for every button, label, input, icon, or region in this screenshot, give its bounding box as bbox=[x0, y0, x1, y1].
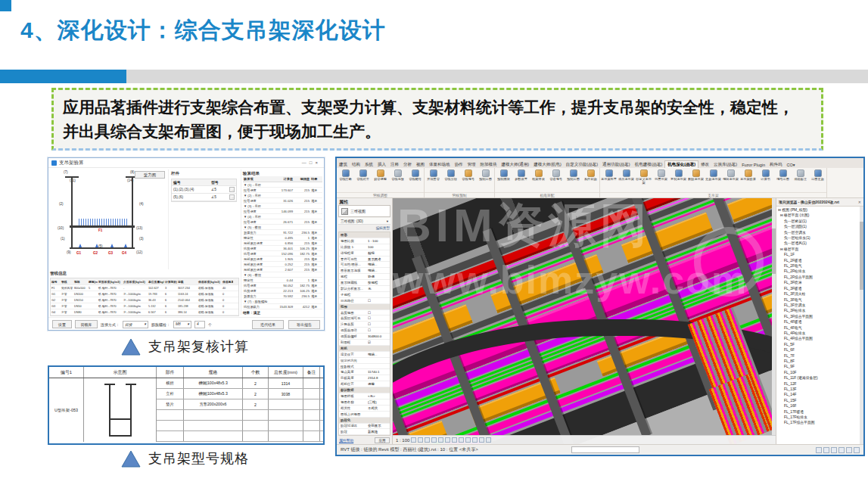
browser-tree-item[interactable]: FL_11F (避难设备层) bbox=[778, 375, 858, 381]
ribbon-button[interactable]: 预制出图 bbox=[565, 169, 582, 182]
browser-tree-item[interactable]: FL_3F喷淋 bbox=[778, 280, 858, 285]
ribbon-button[interactable]: 计算书 bbox=[757, 169, 774, 182]
view-control-icon[interactable] bbox=[479, 437, 484, 443]
member-browse-button[interactable]: … bbox=[229, 194, 235, 200]
browser-tree-item[interactable]: FL_7F bbox=[778, 353, 858, 359]
ribbon-button[interactable]: 抗震吊架 bbox=[652, 169, 670, 182]
view-control-icon[interactable] bbox=[459, 437, 464, 443]
browser-tree-item[interactable]: FL_4F暖通 bbox=[778, 319, 858, 325]
property-row[interactable]: 注释裁剪 ☐ bbox=[339, 322, 390, 328]
browser-tree-item[interactable]: FL_3F综合平面图 bbox=[778, 314, 858, 319]
ribbon-tab[interactable]: 结构 bbox=[350, 161, 362, 168]
property-row[interactable]: 远剪裁偏移 304800.0 bbox=[339, 334, 390, 340]
ribbon-tab[interactable]: CO▾ bbox=[785, 162, 798, 168]
view-control-icon[interactable] bbox=[431, 437, 437, 443]
ribbon-tab[interactable]: 自定义功能(品茗) bbox=[564, 161, 600, 168]
property-row[interactable]: 显示隐藏线 按规程 bbox=[339, 280, 390, 286]
property-row[interactable]: 图形显示选项 编辑... bbox=[339, 268, 390, 274]
property-row[interactable]: 图纸上的视图 bbox=[339, 412, 390, 418]
ribbon-button[interactable]: 开洞套管 bbox=[425, 169, 442, 182]
ribbon-tab[interactable]: 建模大师(通用) bbox=[499, 161, 532, 168]
property-row[interactable]: 范围 bbox=[339, 304, 390, 310]
view-control-icon[interactable] bbox=[418, 437, 423, 443]
status-icon[interactable] bbox=[831, 447, 837, 453]
property-row[interactable]: 可见性/图形... 编辑... bbox=[339, 262, 390, 268]
ribbon-tab[interactable]: 机电建模(品茗) bbox=[633, 161, 665, 168]
browser-tree-item[interactable]: FL_17F综合平面图 bbox=[778, 420, 858, 425]
property-row[interactable]: 零件可见性 显示两者 bbox=[339, 256, 390, 263]
edit-type-link[interactable]: 编辑类型 bbox=[337, 225, 392, 231]
ribbon-button[interactable]: 管道编号 bbox=[547, 169, 565, 182]
ribbon-button[interactable]: 自定义支吊架 bbox=[635, 169, 652, 185]
browser-tree-item[interactable]: FL_2F暖通 bbox=[778, 258, 858, 263]
status-icon[interactable] bbox=[854, 447, 860, 453]
property-row[interactable]: 视图名称 {三维} bbox=[339, 399, 390, 406]
export-report-button[interactable]: 导出报告 bbox=[288, 320, 320, 329]
property-row[interactable]: 视图比例 1 : 100 bbox=[339, 238, 390, 244]
browser-tree-item[interactable]: FL_8F bbox=[778, 359, 858, 364]
browser-tree-item[interactable]: FL_5F bbox=[778, 342, 858, 347]
browser-tree-item[interactable]: FL_1F bbox=[778, 252, 858, 257]
property-row[interactable]: 规程 协调 bbox=[339, 274, 390, 280]
view-control-icon[interactable] bbox=[452, 437, 457, 443]
status-icon[interactable] bbox=[838, 447, 845, 453]
browser-tree-item[interactable]: 负一层桥架(1) bbox=[778, 219, 858, 224]
ribbon-tab[interactable]: 附加模块 bbox=[478, 161, 499, 168]
property-row[interactable]: 裁剪视图 ☐ bbox=[339, 310, 390, 316]
ribbon-tab[interactable]: 系统 bbox=[362, 161, 375, 168]
ribbon-tab[interactable]: 协作 bbox=[453, 161, 465, 168]
property-row[interactable]: 剖面框 ☑ bbox=[339, 340, 390, 346]
close-icon[interactable]: ✕ bbox=[858, 200, 861, 204]
type-selector[interactable]: 三维视图 bbox=[338, 205, 390, 217]
property-row[interactable]: 默认分析显示... 无 bbox=[339, 286, 390, 292]
member-browse-button[interactable]: … bbox=[229, 187, 235, 192]
ribbon-button[interactable]: 框架搭设 bbox=[530, 169, 547, 182]
ribbon-tab[interactable]: 注释 bbox=[388, 161, 401, 168]
ribbon-tab[interactable]: 修改 bbox=[698, 161, 711, 168]
bolt-select[interactable]: M8▾ bbox=[173, 321, 191, 328]
browser-tree-item[interactable]: 负一层空调水 bbox=[778, 230, 858, 235]
close-icon[interactable]: × bbox=[315, 160, 321, 165]
browser-tree-item[interactable]: FL_3F暖通 bbox=[778, 286, 858, 291]
ribbon-button[interactable]: 管线对齐 bbox=[354, 169, 372, 182]
pipe-row[interactable]: G1水管DN100 铁-镀锌--7870水--1000kg/m 19.78361… bbox=[51, 291, 238, 297]
ribbon-tab[interactable]: 构件坞 bbox=[767, 161, 785, 168]
browser-tree-item[interactable]: ⊟ 楼层平面 (出图) bbox=[778, 213, 858, 218]
ribbon-button[interactable]: 参数设置 bbox=[512, 169, 530, 182]
ribbon-button[interactable]: 编辑支吊架 bbox=[722, 169, 739, 182]
spec-part-row[interactable] bbox=[157, 421, 323, 431]
load-library-button[interactable]: 荷载库 bbox=[75, 320, 98, 328]
connection-select[interactable]: 焊接▾ bbox=[123, 321, 148, 328]
property-row[interactable]: 阶段过滤器 全部显示 bbox=[339, 424, 390, 430]
browser-tree-item[interactable]: ⊟ 楼层平面 bbox=[778, 247, 858, 252]
pipe-row[interactable]: G4水管DN80 铁-镀锌--7870水--1000kg/m 6.5676386… bbox=[51, 309, 238, 315]
ribbon-tab[interactable]: Fuzor Plugin bbox=[739, 162, 767, 168]
ribbon-button[interactable]: 管线打断 bbox=[337, 169, 354, 182]
property-row[interactable]: 相机 bbox=[339, 346, 390, 352]
browser-tree-item[interactable]: 负一层消防(1) bbox=[778, 224, 858, 229]
property-row[interactable]: 锁定的方向 bbox=[339, 358, 390, 364]
member-row[interactable]: (5),(6) ∠5 … bbox=[172, 194, 236, 201]
ribbon-button[interactable]: 预制出图 bbox=[477, 169, 494, 182]
bolt-count-input[interactable]: 4 bbox=[194, 321, 205, 328]
ribbon-button[interactable]: 管线编号 bbox=[459, 169, 477, 182]
property-row[interactable]: 阶段化 bbox=[339, 418, 390, 424]
property-row[interactable]: 详细程度 精细 bbox=[339, 250, 390, 256]
property-row[interactable]: 日光路径 ☐ bbox=[339, 298, 390, 304]
property-row[interactable]: 相机位置 调整 bbox=[339, 381, 390, 387]
ribbon-tab[interactable]: 建筑 bbox=[337, 161, 350, 168]
ribbon-button[interactable]: 管线分段 bbox=[442, 169, 459, 182]
view-control-icon[interactable] bbox=[425, 437, 430, 443]
pipe-row[interactable]: G2水管DN150 铁-镀锌--7870水--1000kg/m 36.43621… bbox=[51, 297, 238, 303]
browser-tree-item[interactable]: FL_3F电气 bbox=[778, 297, 858, 303]
browser-tree-item[interactable]: FL_12F bbox=[778, 381, 858, 387]
ribbon-button[interactable]: 斜管调整 bbox=[372, 169, 389, 182]
browser-tree-item[interactable]: FL_9F bbox=[778, 364, 858, 369]
browser-tree-item[interactable]: FL_4F综合平面图 bbox=[778, 336, 858, 341]
property-row[interactable]: 标识数据 bbox=[339, 387, 390, 393]
spec-part-row[interactable]: 垫片 方形200x200x6 2 bbox=[157, 399, 323, 410]
property-row[interactable]: 视图样板 <无> bbox=[339, 393, 390, 399]
browser-tree-item[interactable]: FL_10F bbox=[778, 370, 858, 375]
browser-tree-item[interactable]: 负一层给排水(1) bbox=[778, 235, 858, 241]
browser-tree-item[interactable]: FL_17F暖通 bbox=[778, 409, 858, 415]
